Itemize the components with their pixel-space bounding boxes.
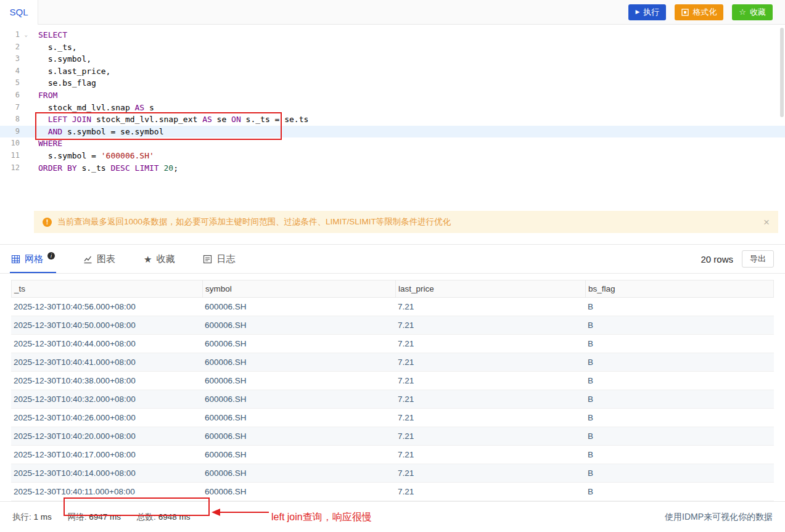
stat-network-time: 网络: 6947 ms: [68, 512, 121, 523]
table-cell: B: [585, 335, 774, 353]
table-cell: 7.21: [395, 335, 585, 353]
code-line: ORDER BY s._ts DESC LIMIT 20;: [38, 162, 785, 174]
column-header-ts[interactable]: _ts: [12, 280, 203, 297]
stat-exec-time: 执行: 1 ms: [12, 512, 52, 523]
line-number: 12: [0, 162, 30, 174]
favorite-button-label: 收藏: [750, 7, 766, 18]
tab-chart[interactable]: 图表: [83, 245, 115, 273]
format-icon: [681, 9, 689, 16]
table-cell: 600006.SH: [202, 353, 395, 371]
table-cell: 2025-12-30T10:40:38.000+08:00: [11, 372, 202, 390]
star-icon: ★: [144, 255, 152, 264]
log-icon: [203, 255, 212, 264]
warning-text: 当前查询最多返回1000条数据，如必要可添加主键时间范围、过滤条件、LIMIT/…: [57, 216, 451, 227]
code-line: FROM: [38, 89, 785, 102]
table-cell: 2025-12-30T10:40:32.000+08:00: [11, 390, 202, 408]
table-cell: 2025-12-30T10:40:14.000+08:00: [11, 464, 202, 482]
table-cell: 2025-12-30T10:40:41.000+08:00: [11, 353, 202, 371]
code-line: SELECT: [38, 29, 785, 41]
stat-network-label: 网络:: [68, 512, 87, 522]
table-row[interactable]: 2025-12-30T10:40:14.000+08:00600006.SH7.…: [11, 464, 774, 483]
favorite-button[interactable]: ☆ 收藏: [732, 4, 773, 20]
column-header-last-price[interactable]: last_price: [396, 280, 586, 297]
code-line: s._ts,: [38, 41, 785, 54]
table-cell: B: [585, 409, 774, 427]
table-header: _ts symbol last_price bs_flag: [11, 280, 774, 298]
tabbar-right: 20 rows 导出: [701, 250, 774, 268]
table-cell: 7.21: [395, 464, 585, 482]
code-line: stock_md_lvl.snap AS s: [38, 102, 785, 114]
tab-grid-label: 网格: [25, 253, 43, 265]
table-cell: 7.21: [395, 427, 585, 445]
table-row[interactable]: 2025-12-30T10:40:11.000+08:00600006.SH7.…: [11, 483, 774, 501]
table-cell: B: [585, 427, 774, 445]
table-cell: B: [585, 464, 774, 482]
column-header-symbol[interactable]: symbol: [203, 280, 396, 297]
line-number: 9: [0, 126, 30, 138]
tab-grid[interactable]: 网格 i: [11, 245, 55, 273]
table-row[interactable]: 2025-12-30T10:40:56.000+08:00600006.SH7.…: [11, 298, 774, 316]
stat-exec-value: 1 ms: [34, 512, 52, 522]
info-icon[interactable]: i: [47, 252, 55, 260]
table-row[interactable]: 2025-12-30T10:40:50.000+08:00600006.SH7.…: [11, 316, 774, 335]
table-cell: 600006.SH: [202, 446, 395, 464]
table-row[interactable]: 2025-12-30T10:40:32.000+08:00600006.SH7.…: [11, 390, 774, 409]
line-number: 10: [0, 137, 30, 150]
table-cell: 2025-12-30T10:40:26.000+08:00: [11, 409, 202, 427]
sql-editor[interactable]: 1⌄23456789101112 SELECT s._ts, s.symbol,…: [0, 25, 785, 245]
table-row[interactable]: 2025-12-30T10:40:26.000+08:00600006.SH7.…: [11, 409, 774, 427]
table-cell: B: [585, 372, 774, 390]
table-cell: B: [585, 316, 774, 334]
code-line: s.symbol = '600006.SH': [38, 150, 785, 162]
table-cell: 2025-12-30T10:40:20.000+08:00: [11, 427, 202, 445]
table-cell: 2025-12-30T10:40:17.000+08:00: [11, 446, 202, 464]
line-number: 2: [0, 41, 30, 54]
line-number: 7: [0, 102, 30, 114]
execute-button[interactable]: ▶ 执行: [628, 4, 666, 20]
table-cell: 7.21: [395, 483, 585, 501]
promo-text: 使用IDMP来可视化你的数据: [665, 512, 773, 523]
table-cell: B: [585, 390, 774, 408]
play-icon: ▶: [635, 9, 639, 15]
table-cell: 7.21: [395, 316, 585, 334]
table-row[interactable]: 2025-12-30T10:40:20.000+08:00600006.SH7.…: [11, 427, 774, 446]
stat-total-time: 总数: 6948 ms: [137, 512, 190, 523]
code-line: AND s.symbol = se.symbol: [30, 126, 785, 138]
tab-sql[interactable]: SQL: [0, 0, 38, 25]
statusbar: 执行: 1 ms 网络: 6947 ms 总数: 6948 ms left jo…: [0, 501, 785, 532]
line-number: 1⌄: [0, 29, 30, 41]
fold-chevron-icon[interactable]: ⌄: [25, 29, 28, 41]
warning-close-icon[interactable]: ×: [763, 217, 770, 227]
tab-log[interactable]: 日志: [203, 245, 235, 273]
table-cell: B: [585, 298, 774, 316]
editor-scrollbar[interactable]: [780, 28, 784, 117]
table-cell: B: [585, 446, 774, 464]
table-cell: 600006.SH: [202, 409, 395, 427]
table-row[interactable]: 2025-12-30T10:40:38.000+08:00600006.SH7.…: [11, 372, 774, 390]
table-row[interactable]: 2025-12-30T10:40:17.000+08:00600006.SH7.…: [11, 446, 774, 464]
results-panel: _ts symbol last_price bs_flag 2025-12-30…: [0, 274, 785, 501]
grid-icon: [11, 255, 20, 264]
format-button[interactable]: 格式化: [675, 4, 723, 20]
format-button-label: 格式化: [693, 7, 717, 18]
tab-sql-label: SQL: [9, 7, 28, 17]
annotation-arrow-icon: [212, 508, 270, 518]
annotation-text-latency: left join查询，响应很慢: [271, 510, 372, 523]
tab-favorites[interactable]: ★ 收藏: [144, 245, 175, 273]
table-cell: 7.21: [395, 372, 585, 390]
table-row[interactable]: 2025-12-30T10:40:44.000+08:00600006.SH7.…: [11, 335, 774, 353]
table-cell: 600006.SH: [202, 316, 395, 334]
table-cell: 7.21: [395, 390, 585, 408]
table-body: 2025-12-30T10:40:56.000+08:00600006.SH7.…: [11, 298, 774, 501]
line-number: 3: [0, 53, 30, 65]
stat-total-label: 总数:: [137, 512, 156, 522]
column-header-bs-flag[interactable]: bs_flag: [586, 280, 773, 297]
topbar: SQL ▶ 执行 格式化 ☆ 收藏: [0, 0, 785, 25]
table-cell: 2025-12-30T10:40:50.000+08:00: [11, 316, 202, 334]
line-number: 6: [0, 89, 30, 102]
tab-chart-label: 图表: [97, 253, 115, 265]
table-cell: 7.21: [395, 446, 585, 464]
table-row[interactable]: 2025-12-30T10:40:41.000+08:00600006.SH7.…: [11, 353, 774, 372]
export-button[interactable]: 导出: [742, 250, 774, 268]
line-number: 11: [0, 150, 30, 162]
